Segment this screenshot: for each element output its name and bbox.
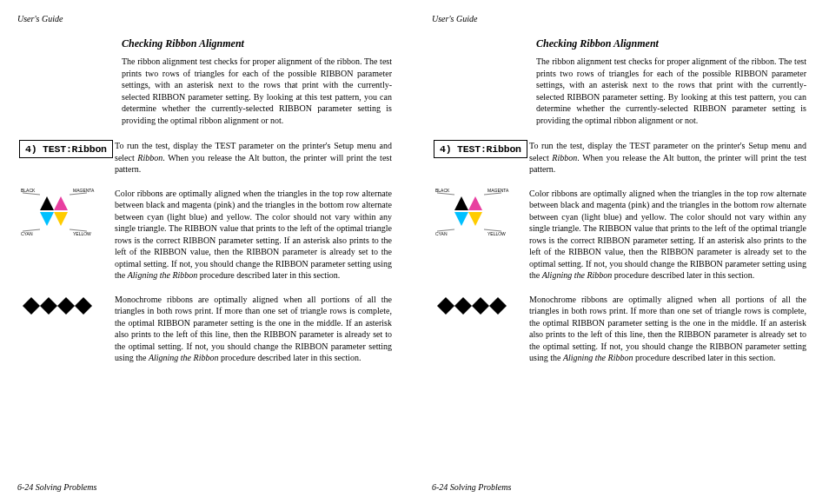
svg-line-0 [23,193,40,195]
intro-paragraph: The ribbon alignment test checks for pro… [122,56,392,126]
svg-marker-6 [40,212,54,226]
svg-line-16 [437,193,454,195]
svg-marker-28 [437,297,454,315]
svg-text:YELLOW: YELLOW [73,231,91,236]
color-ribbon-paragraph: Color ribbons are optimally aligned when… [529,188,806,282]
svg-marker-30 [472,297,489,315]
svg-marker-4 [40,196,54,210]
svg-marker-15 [75,297,92,315]
page-left: User's Guide Checking Ribbon Alignment T… [0,0,414,504]
color-ribbon-paragraph: Color ribbons are optimally aligned when… [115,188,392,282]
mono-triangles-icon [434,294,521,320]
test-instruction: To run the test, display the TEST parame… [115,140,392,176]
svg-line-1 [70,193,87,195]
svg-text:MAGENTA: MAGENTA [487,188,509,193]
svg-text:YELLOW: YELLOW [487,231,506,236]
page-footer: 6-24 Solving Problems [17,482,96,492]
page-footer: 6-24 Solving Problems [432,482,511,492]
color-triangles-icon: BLACK MAGENTA CYAN YELLOW [19,188,106,240]
color-triangles-icon: BLACK MAGENTA CYAN YELLOW [434,188,521,240]
intro-paragraph: The ribbon alignment test checks for pro… [536,56,806,126]
svg-marker-21 [468,196,482,210]
mono-ribbon-paragraph: Monochrome ribbons are optimally aligned… [529,294,806,364]
svg-marker-23 [468,212,482,226]
svg-marker-31 [489,297,507,315]
svg-marker-13 [40,297,57,315]
svg-marker-7 [54,212,68,226]
test-display-box: 4) TEST:Ribbon [19,140,113,158]
section-heading: Checking Ribbon Alignment [536,37,806,50]
svg-marker-22 [454,212,468,226]
running-head: User's Guide [17,14,392,23]
svg-text:BLACK: BLACK [21,188,36,193]
svg-marker-20 [454,196,468,210]
svg-text:CYAN: CYAN [21,231,33,236]
mono-triangles-icon [19,294,106,320]
svg-marker-12 [23,297,40,315]
test-instruction: To run the test, display the TEST parame… [529,140,806,176]
svg-text:BLACK: BLACK [435,188,450,193]
svg-text:CYAN: CYAN [435,231,448,236]
svg-marker-14 [57,297,75,315]
svg-line-17 [484,193,501,195]
mono-ribbon-paragraph: Monochrome ribbons are optimally aligned… [115,294,392,364]
svg-marker-5 [54,196,68,210]
test-display-box: 4) TEST:Ribbon [434,140,527,158]
running-head: User's Guide [432,14,806,23]
page-right: User's Guide Checking Ribbon Alignment T… [414,0,829,504]
svg-text:MAGENTA: MAGENTA [73,188,95,193]
section-heading: Checking Ribbon Alignment [122,37,392,50]
svg-marker-29 [454,297,472,315]
